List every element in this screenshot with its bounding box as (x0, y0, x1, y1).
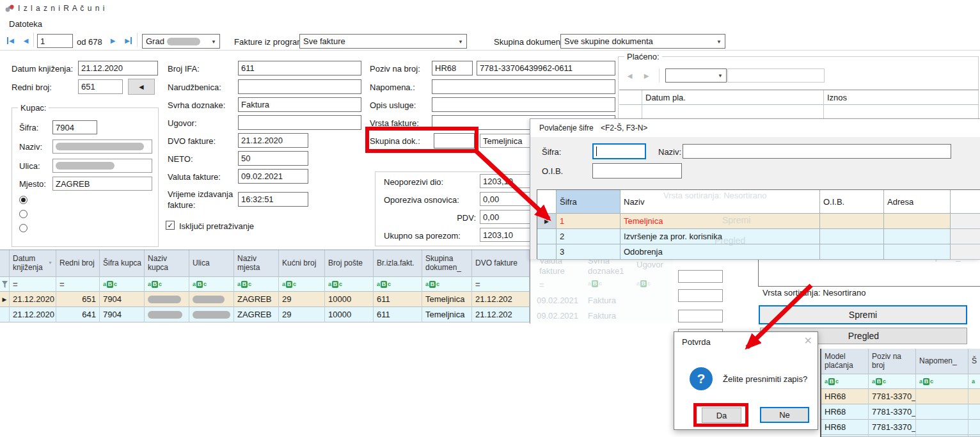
background-input[interactable] (678, 270, 723, 283)
filter-extra[interactable]: a (968, 374, 980, 389)
redni-broj-input[interactable]: 651 (78, 79, 123, 94)
opis-usluge-input[interactable] (432, 97, 615, 112)
filter-naziv-kupca[interactable]: aBc (145, 277, 189, 292)
popup-naziv-input[interactable] (683, 144, 951, 159)
table-cell[interactable]: 7904 (100, 292, 145, 307)
table-cell[interactable]: 611 (374, 292, 422, 307)
table-cell[interactable]: 29 (279, 307, 325, 322)
record-number-input[interactable]: 1 (37, 34, 73, 48)
neto-input[interactable]: 50 (238, 151, 308, 166)
iskljuci-checkbox[interactable]: ✓ (166, 221, 175, 230)
table-cell[interactable] (189, 307, 234, 322)
filter-row-icon[interactable] (0, 277, 10, 292)
spremi-button[interactable]: Spremi (759, 305, 967, 324)
poziv-broj-input[interactable]: 7781-33706439962-0611 (477, 61, 615, 75)
table-cell[interactable]: 21.12.202 (472, 292, 530, 307)
popup-cell-naziv[interactable]: Odobrenja (620, 244, 820, 260)
col-redni-broj[interactable]: Redni broj (56, 250, 100, 277)
filter-broj-poste[interactable]: aBc (325, 277, 374, 292)
table-cell[interactable]: 651 (56, 292, 100, 307)
col-naziv-mjesta[interactable]: Naziv mjesta (234, 250, 279, 277)
popup-cell-oib[interactable] (820, 229, 884, 244)
popup-cell-sifra[interactable]: 1 (557, 214, 620, 229)
da-button[interactable]: Da (702, 408, 741, 423)
placeno-dropdown[interactable]: ▼ (665, 68, 727, 83)
placeno-col-datum[interactable]: Datum pla. (642, 90, 824, 105)
popup-cell-naziv[interactable]: Izvršenje za pror. korisnika (620, 229, 820, 244)
popup-row-selector[interactable]: ▶ (537, 214, 557, 229)
filter-br-izla[interactable]: aBc (374, 277, 422, 292)
popup-cell-naziv[interactable]: Temeljnica (620, 214, 820, 229)
table-cell[interactable]: 7904 (100, 307, 145, 322)
kupac-radio-1[interactable] (19, 196, 28, 204)
table-cell[interactable] (968, 420, 980, 435)
table-cell[interactable]: HR68 (821, 389, 869, 404)
table-cell[interactable]: 21.12.202 (472, 307, 530, 322)
col-extra[interactable]: Š (968, 349, 980, 374)
table-cell[interactable]: 10000 (325, 307, 374, 322)
popup-col-sifra[interactable]: Šifra (557, 190, 620, 214)
skupina-dok-input[interactable] (434, 133, 475, 148)
col-ulica[interactable]: Ulica (189, 250, 234, 277)
napomena-input[interactable] (432, 79, 615, 94)
col-naziv-kupca[interactable]: Naziv kupca (145, 250, 189, 277)
table-cell[interactable]: 7781-3370_ (869, 389, 916, 404)
popup-sifra-input[interactable] (592, 143, 646, 159)
col-broj-poste[interactable]: Broj pošte (325, 250, 374, 277)
table-cell[interactable] (916, 389, 968, 404)
table-cell[interactable]: ZAGREB (234, 292, 279, 307)
popup-cell-adresa[interactable] (884, 229, 951, 244)
table-cell[interactable]: 611 (374, 307, 422, 322)
col-kucni-broj[interactable]: Kućni broj (279, 250, 325, 277)
kupac-ulica-input[interactable] (52, 159, 152, 173)
previous-record-button[interactable]: ◀ (19, 33, 33, 48)
table-cell[interactable] (189, 292, 234, 307)
broj-ifa-input[interactable]: 611 (238, 61, 361, 75)
filter-napomena[interactable]: aBc (916, 374, 968, 389)
table-cell[interactable] (968, 389, 980, 404)
table-cell[interactable]: 641 (56, 307, 100, 322)
background-input[interactable] (678, 289, 723, 302)
filter-redni[interactable]: = (56, 277, 100, 292)
col-datum-knjizenja[interactable]: Datum knjiženja▼ (10, 250, 56, 277)
ne-button[interactable]: Ne (760, 407, 809, 423)
filter-model[interactable]: aBc (821, 374, 869, 389)
col-sifra-kupca[interactable]: Šifra kupca (100, 250, 145, 277)
popup-col-adresa[interactable]: Adresa (884, 190, 951, 214)
placeno-col-iznos[interactable]: Iznos (824, 90, 979, 105)
popup-cell-sifra[interactable]: 3 (557, 244, 620, 260)
table-cell[interactable]: 21.12.2020 (10, 292, 56, 307)
placeno-prev-button[interactable]: ◀ (623, 68, 636, 83)
grad-dropdown[interactable]: Grad ▼ (142, 34, 220, 49)
popup-row-selector[interactable] (537, 244, 557, 260)
popup-cell-adresa[interactable] (884, 214, 951, 229)
menu-item-datoteka[interactable]: Datoteka (9, 19, 42, 29)
next-record-button[interactable]: ▶ (106, 33, 120, 48)
kupac-radio-3[interactable] (19, 224, 28, 232)
filter-ulica[interactable]: aBc (189, 277, 234, 292)
kupac-radio-2[interactable] (19, 210, 28, 218)
table-cell[interactable]: 21.12.2020 (10, 307, 56, 322)
col-skupina-dokumen[interactable]: Skupina dokumen_ (422, 250, 472, 277)
table-cell[interactable] (916, 404, 968, 420)
ugovor-input[interactable] (238, 115, 361, 130)
fakture-iz-programa-dropdown[interactable]: Sve fakture▼ (299, 34, 467, 49)
popup-cell-oib[interactable] (820, 244, 884, 260)
placeno-input[interactable] (727, 68, 825, 83)
kupac-mjesto-input[interactable]: ZAGREB (52, 177, 152, 191)
placeno-next-button[interactable]: ▶ (640, 68, 653, 83)
popup-cell-oib[interactable] (820, 214, 884, 229)
filter-poziv[interactable]: aBc (869, 374, 916, 389)
background-input[interactable] (678, 310, 723, 322)
table-cell[interactable]: 7781-3370_ (869, 404, 916, 420)
table-cell[interactable] (145, 307, 189, 322)
narudzbenica-input[interactable] (238, 79, 361, 94)
vrijeme-izdavanja-input[interactable]: 16:32:51 (238, 192, 308, 207)
row-selector[interactable]: ▶ (0, 292, 10, 307)
skupina-dokumenta-dropdown[interactable]: Sve skupine dokumenta▼ (560, 34, 725, 49)
dvo-fakture-input[interactable]: 21.12.2020 (238, 133, 308, 148)
valuta-fakture-input[interactable]: 09.02.2021 (238, 169, 308, 184)
table-cell[interactable]: HR68 (821, 420, 869, 435)
table-cell[interactable] (145, 292, 189, 307)
table-cell[interactable]: Temeljnica (422, 292, 472, 307)
